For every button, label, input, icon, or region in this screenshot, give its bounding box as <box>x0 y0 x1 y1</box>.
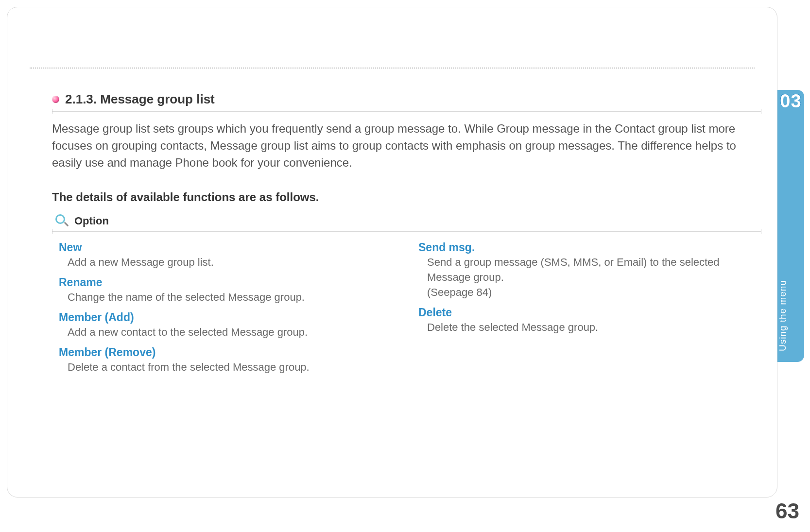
option-desc: Send a group message (SMS, MMS, or Email… <box>418 255 761 300</box>
chapter-number: 03 <box>777 91 804 112</box>
option-title: Member (Remove) <box>59 346 402 359</box>
option-header: Option <box>52 214 761 228</box>
manual-page: 2.1.3. Message group list Message group … <box>0 0 810 532</box>
option-title: Send msg. <box>418 241 761 254</box>
page-number: 63 <box>776 499 799 523</box>
option-desc: Add a new contact to the selected Messag… <box>59 325 402 340</box>
option-title: Rename <box>59 276 402 289</box>
option-column-left: New Add a new Message group list. Rename… <box>52 241 402 380</box>
section-title: 2.1.3. Message group list <box>65 92 215 107</box>
side-tab-label: Using the menu <box>777 280 804 351</box>
option-desc: Delete the selected Message group. <box>418 320 761 335</box>
option-desc: Delete a contact from the selected Messa… <box>59 360 402 375</box>
option-columns: New Add a new Message group list. Rename… <box>52 241 761 380</box>
content-area: 2.1.3. Message group list Message group … <box>52 92 761 381</box>
option-item: Member (Remove) Delete a contact from th… <box>59 346 402 375</box>
intro-paragraph: Message group list sets groups which you… <box>52 120 761 171</box>
functions-subhead: The details of available functions are a… <box>52 190 761 204</box>
option-item: New Add a new Message group list. <box>59 241 402 270</box>
option-title: Delete <box>418 306 761 319</box>
option-title: New <box>59 241 402 254</box>
side-tab: 03 03 Using the menu <box>777 90 804 362</box>
option-item: Delete Delete the selected Message group… <box>418 306 761 335</box>
page-frame: 2.1.3. Message group list Message group … <box>7 7 777 498</box>
option-item: Rename Change the name of the selected M… <box>59 276 402 305</box>
option-item: Member (Add) Add a new contact to the se… <box>59 311 402 340</box>
option-label: Option <box>74 215 109 227</box>
dotted-separator <box>30 68 755 69</box>
option-column-right: Send msg. Send a group message (SMS, MMS… <box>416 241 761 380</box>
option-rule <box>52 231 761 232</box>
magnifier-icon <box>55 214 69 228</box>
section-heading: 2.1.3. Message group list <box>52 92 761 107</box>
option-desc: Add a new Message group list. <box>59 255 402 270</box>
bullet-icon <box>52 96 59 103</box>
heading-rule <box>52 111 761 112</box>
option-item: Send msg. Send a group message (SMS, MMS… <box>418 241 761 300</box>
option-title: Member (Add) <box>59 311 402 324</box>
option-desc: Change the name of the selected Message … <box>59 290 402 305</box>
